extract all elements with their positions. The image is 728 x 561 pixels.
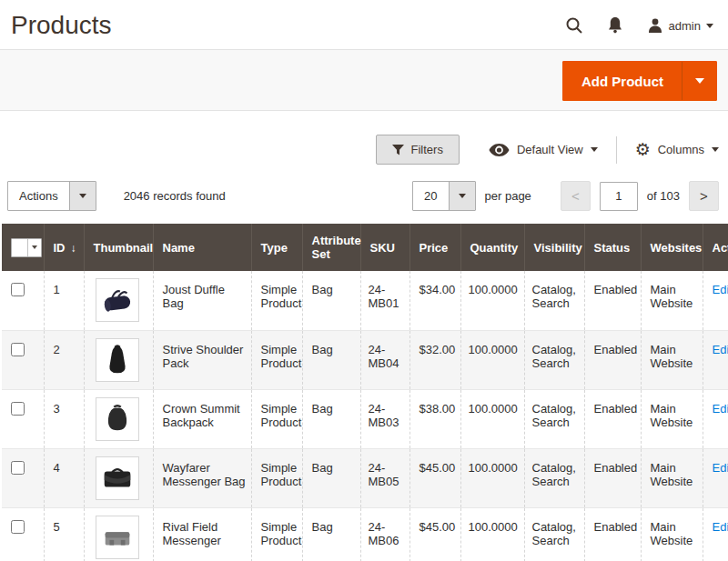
cell-visibility: Catalog, Search — [524, 507, 584, 561]
previous-page-button[interactable]: < — [561, 181, 591, 211]
row-checkbox[interactable] — [11, 461, 25, 475]
notifications-icon[interactable] — [607, 16, 623, 35]
column-header-name[interactable]: Name — [153, 224, 251, 271]
cell-action: Edit — [703, 389, 728, 448]
column-header-status[interactable]: Status — [584, 224, 641, 271]
chevron-down-icon — [706, 24, 713, 28]
row-checkbox[interactable] — [11, 402, 25, 416]
per-page-value: 20 — [413, 182, 448, 210]
cell-action: Edit — [703, 330, 728, 389]
cell-status: Enabled — [584, 271, 641, 330]
search-icon[interactable] — [565, 16, 583, 35]
cell-sku: 24-MB06 — [360, 507, 410, 561]
cell-checkbox — [2, 330, 44, 389]
column-header-id[interactable]: ID↓ — [44, 224, 84, 271]
column-header-action[interactable]: Action — [703, 224, 728, 271]
table-row[interactable]: 2 Strive Shoulder Pack Simple Product Ba… — [2, 330, 728, 389]
column-header-price[interactable]: Price — [410, 224, 460, 271]
cell-thumbnail — [84, 448, 153, 507]
product-thumbnail — [96, 516, 139, 559]
columns-label: Columns — [658, 143, 704, 156]
per-page-toggle[interactable] — [449, 182, 475, 210]
checkbox-box[interactable] — [12, 239, 27, 256]
column-header-attribute-set[interactable]: Attribute Set — [302, 224, 360, 271]
select-all-checkbox[interactable] — [11, 238, 42, 257]
page-number-input[interactable] — [600, 182, 638, 211]
filters-label: Filters — [411, 143, 443, 156]
cell-action: Edit — [703, 448, 728, 507]
column-header-quantity[interactable]: Quantity — [460, 224, 524, 271]
cell-checkbox — [2, 448, 44, 507]
add-product-dropdown-toggle[interactable] — [682, 62, 716, 100]
cell-name: Crown Summit Backpack — [153, 389, 251, 448]
table-row[interactable]: 3 Crown Summit Backpack Simple Product B… — [2, 389, 728, 448]
total-pages-label: of 103 — [647, 189, 680, 203]
cell-type: Simple Product — [251, 389, 302, 448]
add-product-label[interactable]: Add Product — [563, 62, 682, 100]
admin-username: admin — [669, 19, 701, 33]
edit-link[interactable]: Edit — [713, 402, 728, 416]
row-checkbox[interactable] — [11, 520, 25, 534]
cell-type: Simple Product — [251, 448, 302, 507]
cell-thumbnail — [84, 330, 153, 389]
cell-id: 2 — [44, 330, 84, 389]
cell-type: Simple Product — [251, 271, 302, 330]
edit-link[interactable]: Edit — [713, 343, 728, 356]
cell-name: Rival Field Messenger — [153, 507, 251, 561]
cell-type: Simple Product — [251, 330, 302, 389]
edit-link[interactable]: Edit — [713, 283, 728, 296]
column-header-type[interactable]: Type — [251, 224, 302, 271]
select-all-header[interactable] — [2, 224, 44, 271]
cell-sku: 24-MB03 — [360, 389, 410, 448]
default-view-control[interactable]: Default View — [489, 143, 598, 156]
cell-id: 4 — [44, 448, 84, 507]
cell-attribute-set: Bag — [302, 330, 360, 389]
cell-price: $45.00 — [410, 507, 460, 561]
pagination: 20 per page < of 103 > — [412, 181, 719, 211]
table-row[interactable]: 1 Joust Duffle Bag Simple Product Bag 24… — [2, 271, 728, 330]
add-product-button[interactable]: Add Product — [562, 61, 717, 101]
product-thumbnail — [96, 278, 139, 322]
table-row[interactable]: 5 Rival Field Messenger Simple Product B… — [2, 507, 728, 561]
edit-link[interactable]: Edit — [713, 461, 728, 475]
column-header-sku[interactable]: SKU — [360, 224, 410, 271]
actions-select-toggle[interactable] — [69, 182, 96, 210]
cell-sku: 24-MB04 — [360, 330, 410, 389]
edit-link[interactable]: Edit — [713, 520, 728, 534]
records-count: 2046 records found — [124, 189, 226, 203]
row-checkbox[interactable] — [11, 343, 25, 356]
table-row[interactable]: 4 Wayfarer Messenger Bag Simple Product … — [2, 448, 728, 507]
cell-thumbnail — [84, 271, 153, 330]
default-view-label: Default View — [517, 143, 583, 156]
cell-visibility: Catalog, Search — [524, 330, 584, 389]
column-header-visibility[interactable]: Visibility — [524, 224, 584, 271]
user-icon — [647, 17, 663, 34]
column-header-websites[interactable]: Websites — [641, 224, 703, 271]
page-title: Products — [11, 11, 112, 40]
admin-account-menu[interactable]: admin — [647, 17, 713, 34]
cell-price: $34.00 — [410, 271, 460, 330]
column-header-thumbnail[interactable]: Thumbnail — [84, 224, 153, 271]
sort-descending-icon: ↓ — [71, 242, 76, 255]
cell-name: Strive Shoulder Pack — [153, 330, 251, 389]
cell-sku: 24-MB01 — [360, 271, 410, 330]
row-checkbox[interactable] — [11, 283, 25, 296]
actions-select[interactable]: Actions — [7, 181, 96, 211]
grid-controls: Filters Default View ⚙ Columns — [0, 133, 719, 166]
cell-attribute-set: Bag — [302, 389, 360, 448]
cell-checkbox — [2, 389, 44, 448]
cell-price: $32.00 — [410, 330, 460, 389]
select-all-dropdown[interactable] — [27, 239, 41, 256]
filters-button[interactable]: Filters — [376, 135, 460, 165]
cell-quantity: 100.0000 — [460, 271, 524, 330]
cell-visibility: Catalog, Search — [524, 448, 584, 507]
columns-control[interactable]: ⚙ Columns — [635, 141, 719, 158]
next-page-button[interactable]: > — [689, 181, 719, 211]
per-page-select[interactable]: 20 — [412, 181, 475, 211]
cell-quantity: 100.0000 — [460, 448, 524, 507]
cell-quantity: 100.0000 — [460, 330, 524, 389]
cell-status: Enabled — [584, 389, 641, 448]
product-table-body: 1 Joust Duffle Bag Simple Product Bag 24… — [2, 271, 728, 561]
cell-price: $45.00 — [410, 448, 460, 507]
chevron-down-icon — [459, 194, 466, 198]
